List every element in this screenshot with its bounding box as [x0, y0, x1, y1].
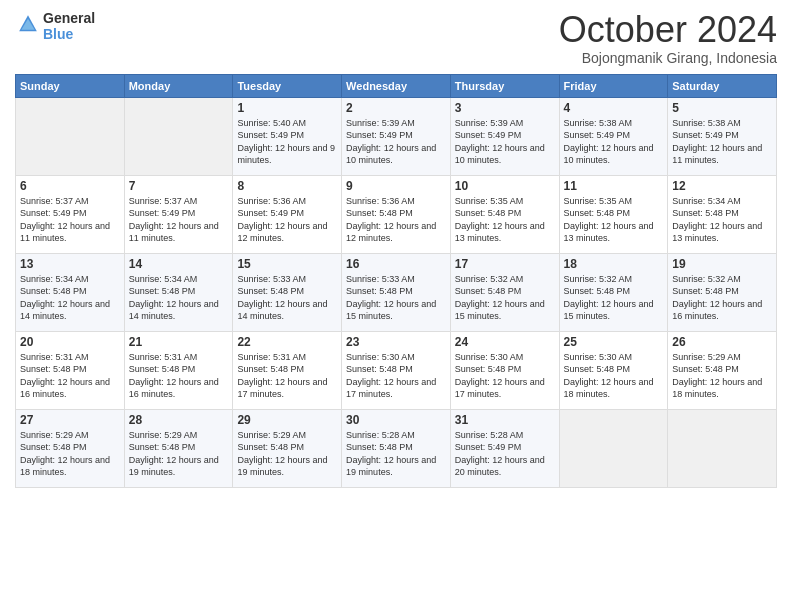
day-number: 29	[237, 413, 337, 427]
day-detail: Sunrise: 5:35 AM Sunset: 5:48 PM Dayligh…	[564, 195, 664, 245]
day-number: 28	[129, 413, 229, 427]
calendar-week-row: 6Sunrise: 5:37 AM Sunset: 5:49 PM Daylig…	[16, 175, 777, 253]
day-number: 20	[20, 335, 120, 349]
day-detail: Sunrise: 5:32 AM Sunset: 5:48 PM Dayligh…	[564, 273, 664, 323]
calendar-cell	[124, 97, 233, 175]
weekday-header-sunday: Sunday	[16, 74, 125, 97]
logo-blue: Blue	[43, 26, 95, 42]
day-number: 6	[20, 179, 120, 193]
weekday-header-row: SundayMondayTuesdayWednesdayThursdayFrid…	[16, 74, 777, 97]
day-detail: Sunrise: 5:30 AM Sunset: 5:48 PM Dayligh…	[455, 351, 555, 401]
day-number: 14	[129, 257, 229, 271]
calendar-cell: 28Sunrise: 5:29 AM Sunset: 5:48 PM Dayli…	[124, 409, 233, 487]
day-number: 18	[564, 257, 664, 271]
day-detail: Sunrise: 5:29 AM Sunset: 5:48 PM Dayligh…	[672, 351, 772, 401]
day-number: 21	[129, 335, 229, 349]
day-detail: Sunrise: 5:36 AM Sunset: 5:48 PM Dayligh…	[346, 195, 446, 245]
calendar-cell: 10Sunrise: 5:35 AM Sunset: 5:48 PM Dayli…	[450, 175, 559, 253]
day-number: 11	[564, 179, 664, 193]
day-detail: Sunrise: 5:37 AM Sunset: 5:49 PM Dayligh…	[129, 195, 229, 245]
day-detail: Sunrise: 5:38 AM Sunset: 5:49 PM Dayligh…	[672, 117, 772, 167]
day-number: 25	[564, 335, 664, 349]
day-detail: Sunrise: 5:39 AM Sunset: 5:49 PM Dayligh…	[346, 117, 446, 167]
day-detail: Sunrise: 5:32 AM Sunset: 5:48 PM Dayligh…	[455, 273, 555, 323]
day-detail: Sunrise: 5:39 AM Sunset: 5:49 PM Dayligh…	[455, 117, 555, 167]
title-area: October 2024 Bojongmanik Girang, Indones…	[559, 10, 777, 66]
calendar-cell: 31Sunrise: 5:28 AM Sunset: 5:49 PM Dayli…	[450, 409, 559, 487]
calendar-cell: 27Sunrise: 5:29 AM Sunset: 5:48 PM Dayli…	[16, 409, 125, 487]
day-number: 22	[237, 335, 337, 349]
calendar-cell: 7Sunrise: 5:37 AM Sunset: 5:49 PM Daylig…	[124, 175, 233, 253]
calendar-cell: 25Sunrise: 5:30 AM Sunset: 5:48 PM Dayli…	[559, 331, 668, 409]
calendar-week-row: 20Sunrise: 5:31 AM Sunset: 5:48 PM Dayli…	[16, 331, 777, 409]
calendar-table: SundayMondayTuesdayWednesdayThursdayFrid…	[15, 74, 777, 488]
day-detail: Sunrise: 5:31 AM Sunset: 5:48 PM Dayligh…	[237, 351, 337, 401]
day-detail: Sunrise: 5:36 AM Sunset: 5:49 PM Dayligh…	[237, 195, 337, 245]
day-detail: Sunrise: 5:29 AM Sunset: 5:48 PM Dayligh…	[129, 429, 229, 479]
day-detail: Sunrise: 5:33 AM Sunset: 5:48 PM Dayligh…	[346, 273, 446, 323]
calendar-cell: 11Sunrise: 5:35 AM Sunset: 5:48 PM Dayli…	[559, 175, 668, 253]
calendar-cell	[668, 409, 777, 487]
calendar-cell: 1Sunrise: 5:40 AM Sunset: 5:49 PM Daylig…	[233, 97, 342, 175]
calendar-cell: 13Sunrise: 5:34 AM Sunset: 5:48 PM Dayli…	[16, 253, 125, 331]
day-number: 7	[129, 179, 229, 193]
weekday-header-thursday: Thursday	[450, 74, 559, 97]
day-number: 8	[237, 179, 337, 193]
weekday-header-tuesday: Tuesday	[233, 74, 342, 97]
day-detail: Sunrise: 5:40 AM Sunset: 5:49 PM Dayligh…	[237, 117, 337, 167]
day-number: 24	[455, 335, 555, 349]
day-detail: Sunrise: 5:28 AM Sunset: 5:49 PM Dayligh…	[455, 429, 555, 479]
calendar-page: General Blue October 2024 Bojongmanik Gi…	[0, 0, 792, 612]
day-detail: Sunrise: 5:34 AM Sunset: 5:48 PM Dayligh…	[129, 273, 229, 323]
weekday-header-monday: Monday	[124, 74, 233, 97]
day-number: 23	[346, 335, 446, 349]
calendar-cell: 18Sunrise: 5:32 AM Sunset: 5:48 PM Dayli…	[559, 253, 668, 331]
calendar-cell: 6Sunrise: 5:37 AM Sunset: 5:49 PM Daylig…	[16, 175, 125, 253]
calendar-cell: 2Sunrise: 5:39 AM Sunset: 5:49 PM Daylig…	[342, 97, 451, 175]
calendar-cell: 14Sunrise: 5:34 AM Sunset: 5:48 PM Dayli…	[124, 253, 233, 331]
day-detail: Sunrise: 5:31 AM Sunset: 5:48 PM Dayligh…	[129, 351, 229, 401]
day-detail: Sunrise: 5:34 AM Sunset: 5:48 PM Dayligh…	[20, 273, 120, 323]
page-header: General Blue October 2024 Bojongmanik Gi…	[15, 10, 777, 66]
calendar-week-row: 13Sunrise: 5:34 AM Sunset: 5:48 PM Dayli…	[16, 253, 777, 331]
day-number: 30	[346, 413, 446, 427]
day-number: 10	[455, 179, 555, 193]
location-subtitle: Bojongmanik Girang, Indonesia	[559, 50, 777, 66]
day-number: 15	[237, 257, 337, 271]
day-number: 4	[564, 101, 664, 115]
day-number: 19	[672, 257, 772, 271]
calendar-cell: 30Sunrise: 5:28 AM Sunset: 5:48 PM Dayli…	[342, 409, 451, 487]
calendar-cell: 22Sunrise: 5:31 AM Sunset: 5:48 PM Dayli…	[233, 331, 342, 409]
day-number: 13	[20, 257, 120, 271]
day-number: 12	[672, 179, 772, 193]
day-detail: Sunrise: 5:34 AM Sunset: 5:48 PM Dayligh…	[672, 195, 772, 245]
calendar-cell: 5Sunrise: 5:38 AM Sunset: 5:49 PM Daylig…	[668, 97, 777, 175]
calendar-cell: 23Sunrise: 5:30 AM Sunset: 5:48 PM Dayli…	[342, 331, 451, 409]
calendar-cell	[559, 409, 668, 487]
day-detail: Sunrise: 5:38 AM Sunset: 5:49 PM Dayligh…	[564, 117, 664, 167]
day-number: 5	[672, 101, 772, 115]
calendar-cell: 29Sunrise: 5:29 AM Sunset: 5:48 PM Dayli…	[233, 409, 342, 487]
day-number: 16	[346, 257, 446, 271]
calendar-cell: 21Sunrise: 5:31 AM Sunset: 5:48 PM Dayli…	[124, 331, 233, 409]
calendar-cell: 19Sunrise: 5:32 AM Sunset: 5:48 PM Dayli…	[668, 253, 777, 331]
day-number: 27	[20, 413, 120, 427]
day-detail: Sunrise: 5:29 AM Sunset: 5:48 PM Dayligh…	[20, 429, 120, 479]
day-number: 2	[346, 101, 446, 115]
calendar-cell	[16, 97, 125, 175]
calendar-cell: 12Sunrise: 5:34 AM Sunset: 5:48 PM Dayli…	[668, 175, 777, 253]
day-number: 3	[455, 101, 555, 115]
calendar-cell: 16Sunrise: 5:33 AM Sunset: 5:48 PM Dayli…	[342, 253, 451, 331]
day-detail: Sunrise: 5:33 AM Sunset: 5:48 PM Dayligh…	[237, 273, 337, 323]
day-number: 31	[455, 413, 555, 427]
logo-icon	[17, 13, 39, 35]
day-detail: Sunrise: 5:35 AM Sunset: 5:48 PM Dayligh…	[455, 195, 555, 245]
logo-general: General	[43, 10, 95, 26]
logo: General Blue	[15, 10, 95, 42]
calendar-cell: 15Sunrise: 5:33 AM Sunset: 5:48 PM Dayli…	[233, 253, 342, 331]
day-detail: Sunrise: 5:31 AM Sunset: 5:48 PM Dayligh…	[20, 351, 120, 401]
calendar-cell: 17Sunrise: 5:32 AM Sunset: 5:48 PM Dayli…	[450, 253, 559, 331]
day-detail: Sunrise: 5:37 AM Sunset: 5:49 PM Dayligh…	[20, 195, 120, 245]
weekday-header-friday: Friday	[559, 74, 668, 97]
calendar-cell: 8Sunrise: 5:36 AM Sunset: 5:49 PM Daylig…	[233, 175, 342, 253]
